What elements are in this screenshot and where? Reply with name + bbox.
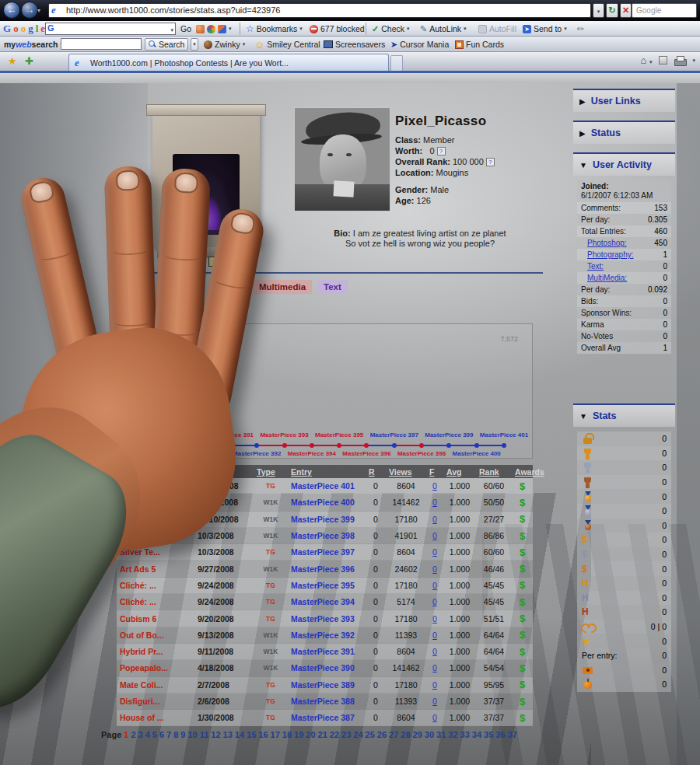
table-header-cell[interactable]: Rank [476,467,512,477]
page-number-link[interactable]: 2 [131,730,135,739]
sidebar-panel-user-links[interactable]: ▶ User Links [573,89,675,112]
sidebar-panel-status[interactable]: ▶ Status [573,121,675,144]
autolink-button[interactable]: ✎ AutoLink▾ [420,21,467,37]
address-bar[interactable]: e http://www.worth1000.com/stories/stats… [48,3,591,18]
address-dropdown-button[interactable]: ▾ [593,3,604,18]
contest-link[interactable]: Hybrid Pr... [117,647,194,656]
forward-button[interactable]: → [21,2,38,19]
favorites-link[interactable]: 0 [426,663,443,672]
sendto-button[interactable]: ➤ Send to▾ [523,21,567,37]
page-number-link[interactable]: 31 [436,730,446,739]
chart-point-label[interactable]: MasterPiece 399 [425,431,473,438]
table-header-cell[interactable]: Avg [443,467,476,477]
page-number-link[interactable]: 25 [366,730,375,739]
page-number-link[interactable]: 15 [247,730,256,739]
page-number-link[interactable]: 28 [401,730,410,739]
page-number-link[interactable]: 36 [495,730,505,739]
favorites-link[interactable]: 0 [426,680,443,690]
page-number-link[interactable]: 33 [460,730,470,739]
page-number-link[interactable]: 29 [413,730,422,739]
contest-link[interactable]: Popeapalo... [117,663,194,672]
page-number-link[interactable]: 26 [377,730,387,739]
activity-category-link[interactable]: Text: [587,262,604,271]
rss-feed-icon[interactable] [659,56,667,65]
page-number-link[interactable]: 19 [294,730,303,739]
page-number-link[interactable]: 21 [318,730,327,739]
page-number-link[interactable]: 5 [152,730,157,739]
page-number-link[interactable]: 24 [353,730,362,739]
page-number-link[interactable]: 20 [306,730,315,739]
cursor-mania-button[interactable]: ➤ Cursor Mania [390,37,449,52]
entry-link[interactable]: MasterPiece 394 [288,597,366,606]
chart-data-point[interactable] [392,443,397,448]
entry-link[interactable]: MasterPiece 387 [288,713,366,722]
entry-link[interactable]: MasterPiece 401 [288,481,366,491]
entry-link[interactable]: MasterPiece 395 [288,581,366,590]
favorites-link[interactable]: 0 [426,631,443,640]
entry-link[interactable]: MasterPiece 393 [288,614,366,624]
stop-button[interactable]: ✕ [620,3,632,18]
google-extra-icons[interactable]: ▾ [196,21,232,37]
table-header-cell[interactable]: R [366,467,386,477]
table-header-cell[interactable]: Awards [512,467,533,477]
page-number-link[interactable]: 9 [180,730,185,739]
screensavers-button[interactable]: Screensavers [324,37,385,52]
page-number-link[interactable]: 30 [425,730,434,739]
contest-link[interactable]: Disfiguri... [117,697,194,706]
page-number-link[interactable]: 37 [508,730,517,739]
google-search-dropdown-icon[interactable]: ▾ [170,27,173,33]
new-tab-button[interactable] [390,55,403,71]
chart-point-label[interactable]: MasterPiece 395 [315,431,363,438]
chart-data-point[interactable] [474,443,479,448]
favorites-link[interactable]: 0 [426,515,443,524]
chart-data-point[interactable] [502,443,506,448]
favorites-link[interactable]: 0 [426,531,443,540]
browser-tab[interactable]: e Worth1000.com | Photoshop Contests | A… [68,54,389,71]
add-favorite-icon[interactable]: ✚ [25,55,33,67]
entry-link[interactable]: MasterPiece 399 [288,515,366,524]
print-dropdown-icon[interactable]: ▾ [692,58,695,64]
mws-search-dropdown[interactable]: ▾ [191,38,198,51]
chart-data-point[interactable] [337,443,341,448]
entry-link[interactable]: MasterPiece 390 [288,663,366,672]
chart-point-label[interactable]: MasterPiece 397 [370,431,418,438]
page-number-link[interactable]: 27 [389,730,398,739]
entry-link[interactable]: MasterPiece 397 [288,547,366,557]
activity-category-link[interactable]: Photography: [587,250,634,259]
activity-category-link[interactable]: MultiMedia: [587,274,627,282]
favorites-link[interactable]: 0 [426,564,443,574]
page-number-link[interactable]: 22 [330,730,339,739]
page-number-link[interactable]: 35 [484,730,493,739]
chart-point-label[interactable]: MasterPiece 400 [453,450,501,457]
contest-link[interactable]: Mate Coli... [117,680,194,690]
google-go-button[interactable]: Go [180,21,191,37]
mws-search-input[interactable] [61,38,142,50]
favorites-link[interactable]: 0 [426,614,443,624]
bookmarks-button[interactable]: ☆ Bookmarks▾ [246,21,303,37]
chart-point-label[interactable]: MasterPiece 396 [342,450,390,457]
print-icon[interactable] [674,56,685,65]
entry-link[interactable]: MasterPiece 391 [288,647,366,656]
sidebar-panel-stats[interactable]: ▼ Stats [573,403,675,427]
mws-search-button[interactable]: Search ▾ [145,37,198,52]
page-number-link[interactable]: 14 [235,730,244,739]
sidebar-panel-user-activity[interactable]: ▼ User Activity [573,152,675,176]
spellcheck-button[interactable]: ✓ Check▾ [372,21,410,37]
page-number-link[interactable]: 34 [472,730,481,739]
favorites-link[interactable]: 0 [426,697,443,706]
favorites-link[interactable]: 0 [426,647,443,656]
page-number-link[interactable]: 12 [211,730,220,739]
activity-category-link[interactable]: Photoshop: [587,239,627,247]
favorites-link[interactable]: 0 [426,581,443,590]
smiley-central-button[interactable]: ☺ Smiley Central [254,37,320,52]
google-search-input[interactable]: G ▾ [45,23,176,35]
entry-link[interactable]: MasterPiece 396 [288,564,366,574]
page-number-link[interactable]: 16 [258,730,268,739]
chart-point-label[interactable]: MasterPiece 398 [397,450,446,457]
quick-search-input[interactable]: Google [632,3,697,18]
chart-data-point[interactable] [364,443,369,448]
chart-data-point[interactable] [310,443,314,448]
page-number-link[interactable]: 3 [138,730,143,739]
favorites-link[interactable]: 0 [426,597,443,606]
favorites-link[interactable]: 0 [426,498,443,507]
